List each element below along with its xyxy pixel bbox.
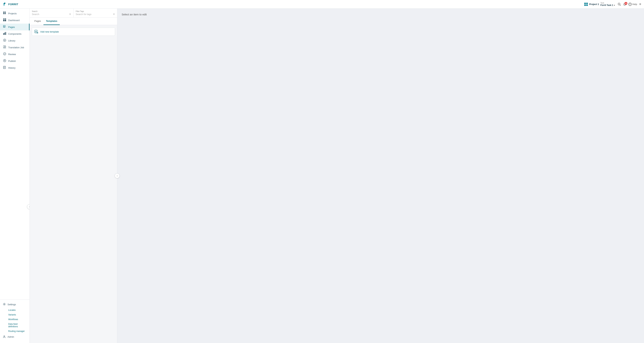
sidebar-item-pages[interactable]: Pages: [0, 24, 30, 30]
sidebar-item-admin[interactable]: Admin: [0, 334, 30, 340]
search-field: Search ✕: [30, 8, 74, 17]
sidebar-item-settings[interactable]: Settings: [0, 301, 30, 308]
add-template-button[interactable]: Add new template: [32, 28, 115, 36]
help-button[interactable]: ? Help: [628, 3, 637, 6]
project-info[interactable]: Project 1: [584, 3, 599, 6]
sidebar-link-data-feed[interactable]: Data feed definitions: [0, 322, 30, 329]
project-name: Project 1: [589, 3, 599, 6]
sidebar-item-label: Dashboard: [8, 19, 20, 22]
svg-rect-9: [5, 13, 6, 14]
sidebar-item-label: Library: [8, 39, 16, 42]
hamburger-button[interactable]: ≡: [639, 2, 641, 6]
sidebar-link-variants[interactable]: Variants: [0, 312, 30, 317]
project-task-info: Project 1 Task Forrit Task 1 ▾: [584, 2, 615, 6]
sidebar: Projects Dashboard Pages Components: [0, 8, 30, 343]
middle-panel: Search ✕ Filter Tags ✕ Pages Templates: [30, 8, 117, 343]
history-icon: [3, 66, 6, 70]
svg-point-33: [4, 304, 5, 305]
task-name[interactable]: Forrit Task 1 ▾: [600, 4, 615, 6]
sidebar-bottom: Settings Locales Variants Workflows Data…: [0, 300, 30, 343]
task-dropdown-arrow: ▾: [614, 4, 615, 6]
sidebar-item-projects[interactable]: Projects: [0, 10, 30, 17]
sidebar-item-label: Review: [8, 53, 16, 56]
sidebar-item-label: History: [8, 66, 16, 69]
sidebar-item-label: Pages: [8, 26, 15, 28]
filter-tags-label: Filter Tags: [76, 10, 115, 12]
filter-tags-field: Filter Tags ✕: [74, 8, 117, 17]
filter-tags-input[interactable]: [76, 13, 113, 16]
review-icon: [3, 52, 6, 56]
main-layout: Projects Dashboard Pages Components: [0, 8, 644, 343]
svg-rect-19: [4, 32, 5, 35]
logo-icon: [3, 2, 7, 6]
sidebar-nav: Projects Dashboard Pages Components: [0, 8, 30, 300]
header-left: FORRIT: [3, 2, 18, 6]
svg-rect-20: [5, 32, 6, 35]
search-input-row: ✕: [32, 13, 71, 16]
app-header: FORRIT Project 1 Task Forrit Task 1: [0, 0, 644, 8]
projects-icon: [3, 12, 6, 15]
svg-rect-12: [3, 20, 4, 21]
task-label: Task: [600, 2, 615, 4]
right-panel: Select an item to edit: [117, 8, 644, 343]
tab-pages[interactable]: Pages: [32, 18, 44, 25]
sidebar-item-label: Translation Job: [8, 46, 24, 49]
header-actions: 14 ? Help ≡: [618, 2, 641, 6]
notification-badge: 14: [624, 2, 627, 5]
svg-rect-11: [5, 18, 6, 19]
admin-label: Admin: [8, 336, 14, 338]
svg-rect-10: [3, 18, 4, 19]
sidebar-item-translation-job[interactable]: Translation Job: [0, 44, 30, 51]
svg-rect-8: [3, 13, 4, 14]
help-icon: ?: [628, 3, 632, 6]
svg-rect-1: [586, 3, 588, 4]
sidebar-item-label: Publish: [8, 60, 16, 62]
svg-rect-23: [3, 46, 6, 48]
sidebar-link-workflows[interactable]: Workflows: [0, 317, 30, 322]
dashboard-icon: [3, 18, 6, 22]
header-right: Project 1 Task Forrit Task 1 ▾: [584, 2, 641, 6]
middle-panel-collapse-button[interactable]: ‹: [115, 173, 120, 178]
sidebar-item-label: Projects: [8, 12, 17, 15]
sidebar-link-routing[interactable]: Routing manager: [0, 329, 30, 334]
tab-templates[interactable]: Templates: [44, 18, 60, 25]
search-label: Search: [32, 10, 71, 12]
content-list: Add new template: [30, 25, 117, 343]
sidebar-item-review[interactable]: Review: [0, 51, 30, 58]
svg-point-34: [4, 336, 5, 337]
logo[interactable]: FORRIT: [3, 2, 18, 6]
sidebar-item-library[interactable]: Library: [0, 37, 30, 44]
grid-icon: [584, 3, 588, 6]
sidebar-item-dashboard[interactable]: Dashboard: [0, 17, 30, 24]
svg-rect-0: [584, 3, 586, 4]
svg-rect-7: [5, 12, 6, 13]
search-clear-button[interactable]: ✕: [69, 13, 71, 16]
svg-rect-6: [3, 12, 4, 13]
components-icon: [3, 32, 6, 36]
search-filter-row: Search ✕ Filter Tags ✕: [30, 8, 117, 18]
search-icon: [618, 3, 621, 6]
logo-text: FORRIT: [8, 3, 18, 6]
settings-label: Settings: [8, 303, 16, 306]
svg-rect-2: [584, 4, 586, 6]
svg-rect-3: [586, 4, 588, 6]
sidebar-item-components[interactable]: Components: [0, 30, 30, 37]
add-template-icon: [34, 30, 38, 34]
sidebar-link-locales[interactable]: Locales: [0, 308, 30, 312]
filter-tags-input-row: ✕: [76, 13, 115, 16]
admin-icon: [3, 335, 6, 338]
sidebar-item-publish[interactable]: Publish: [0, 58, 30, 64]
library-icon: [3, 39, 6, 42]
sidebar-item-history[interactable]: History: [0, 64, 30, 71]
svg-line-5: [620, 5, 620, 6]
svg-rect-13: [5, 20, 6, 21]
notifications-button[interactable]: 14: [623, 3, 626, 6]
search-input[interactable]: [32, 13, 69, 16]
settings-icon: [3, 303, 6, 306]
project-icon: [584, 3, 588, 6]
filter-tags-clear-button[interactable]: ✕: [113, 13, 115, 16]
publish-icon: [3, 59, 6, 63]
search-button[interactable]: [618, 3, 621, 6]
select-hint: Select an item to edit: [122, 13, 147, 16]
translation-icon: [3, 46, 6, 49]
